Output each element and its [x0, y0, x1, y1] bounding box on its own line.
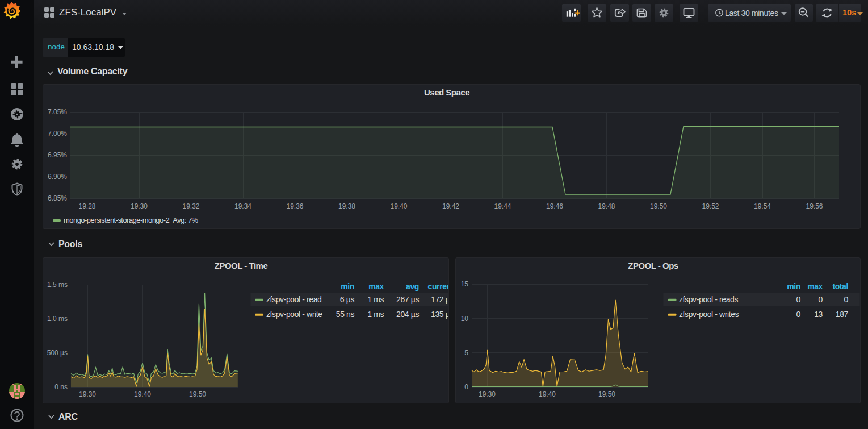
svg-text:7.00%: 7.00%: [48, 130, 67, 138]
svg-text:min: min: [341, 282, 354, 291]
svg-text:max: max: [807, 282, 823, 291]
svg-text:19:46: 19:46: [546, 202, 563, 210]
svg-text:0: 0: [844, 295, 849, 304]
svg-text:187: 187: [836, 310, 849, 319]
svg-text:19:56: 19:56: [806, 202, 823, 210]
svg-text:19:40: 19:40: [134, 390, 151, 398]
svg-text:current: current: [428, 282, 448, 291]
svg-text:zfspv-pool - read: zfspv-pool - read: [266, 295, 321, 304]
svg-text:5: 5: [464, 349, 468, 357]
svg-text:500 µs: 500 µs: [47, 349, 68, 357]
svg-text:19:50: 19:50: [189, 390, 206, 398]
svg-text:55 ns: 55 ns: [336, 310, 355, 319]
svg-text:6.90%: 6.90%: [48, 173, 67, 181]
svg-text:135 µs: 135 µs: [431, 310, 448, 319]
svg-text:267 µs: 267 µs: [396, 295, 419, 304]
svg-text:1 ms: 1 ms: [367, 295, 384, 304]
svg-text:19:32: 19:32: [182, 202, 199, 210]
svg-text:172 µs: 172 µs: [431, 295, 448, 304]
svg-text:min: min: [787, 282, 800, 291]
svg-text:mongo-persistent-storage-mongo: mongo-persistent-storage-mongo-2 Avg: 7%: [64, 216, 199, 224]
svg-text:total: total: [832, 282, 848, 291]
svg-text:avg: avg: [406, 282, 419, 291]
svg-text:zfspv-pool - writes: zfspv-pool - writes: [679, 310, 739, 319]
svg-text:19:52: 19:52: [702, 202, 719, 210]
svg-text:1 ms: 1 ms: [367, 310, 384, 319]
svg-text:19:50: 19:50: [650, 202, 667, 210]
svg-text:6.95%: 6.95%: [48, 151, 67, 159]
svg-text:19:34: 19:34: [234, 202, 251, 210]
svg-text:19:40: 19:40: [390, 202, 407, 210]
svg-text:0: 0: [796, 310, 801, 319]
svg-text:6 µs: 6 µs: [340, 295, 355, 304]
svg-text:19:44: 19:44: [494, 202, 511, 210]
svg-text:zfspv-pool - reads: zfspv-pool - reads: [679, 295, 738, 304]
svg-text:19:42: 19:42: [442, 202, 459, 210]
svg-text:19:38: 19:38: [338, 202, 355, 210]
svg-text:1.0 ms: 1.0 ms: [47, 315, 68, 323]
svg-text:max: max: [368, 282, 384, 291]
svg-text:19:40: 19:40: [539, 390, 556, 398]
svg-text:6.85%: 6.85%: [48, 194, 67, 202]
svg-text:19:30: 19:30: [479, 390, 496, 398]
svg-text:15: 15: [461, 280, 469, 288]
svg-text:204 µs: 204 µs: [396, 310, 419, 319]
svg-text:13: 13: [814, 310, 823, 319]
svg-text:19:54: 19:54: [754, 202, 771, 210]
svg-text:10: 10: [461, 315, 469, 323]
svg-text:0: 0: [796, 295, 801, 304]
svg-text:1.5 ms: 1.5 ms: [47, 281, 68, 289]
svg-text:19:50: 19:50: [598, 390, 615, 398]
svg-text:19:36: 19:36: [286, 202, 303, 210]
svg-text:zfspv-pool - write: zfspv-pool - write: [266, 310, 322, 319]
svg-text:0 ns: 0 ns: [54, 383, 68, 391]
svg-text:19:30: 19:30: [79, 390, 96, 398]
svg-text:7.05%: 7.05%: [48, 108, 67, 116]
svg-text:19:28: 19:28: [78, 202, 95, 210]
svg-text:0: 0: [464, 383, 468, 391]
svg-text:19:30: 19:30: [131, 202, 148, 210]
svg-text:19:48: 19:48: [598, 202, 615, 210]
svg-text:0: 0: [819, 295, 823, 304]
